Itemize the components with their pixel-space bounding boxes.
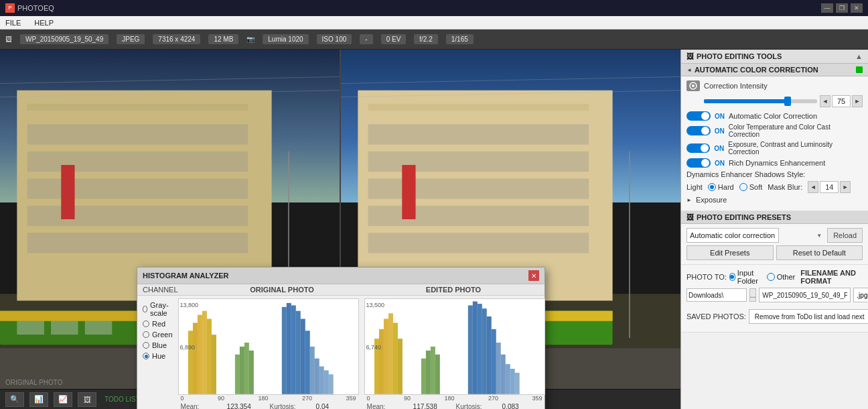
zoom-tool-button[interactable]: 🔍 — [5, 392, 24, 407]
histogram-title: HISTOGRAM ANALYZER — [143, 272, 229, 280]
acc-section-header[interactable]: ◄ AUTOMATIC COLOR CORRECTION — [681, 64, 868, 76]
rich-dynamics-row: ON Rich Dynamics Enhancement — [686, 158, 863, 168]
color-temp-toggle[interactable] — [686, 126, 711, 135]
exposure-label: Exposure — [696, 196, 727, 204]
intensity-slider-container[interactable] — [704, 99, 817, 103]
filename-input[interactable] — [759, 288, 851, 302]
svg-rect-3 — [27, 104, 248, 111]
svg-rect-23 — [368, 152, 589, 172]
channel-green[interactable]: Green — [143, 331, 173, 339]
photo-tool-button[interactable]: 🖼 — [78, 392, 96, 407]
menu-file[interactable]: FILE — [3, 19, 23, 27]
app-logo: P — [5, 3, 15, 13]
channel-red[interactable]: Red — [143, 320, 173, 328]
exposure-contrast-on-label: ON — [714, 145, 724, 152]
auto-color-label: Automatic Color Correction — [729, 112, 817, 120]
exposure-expand-icon: ► — [686, 197, 692, 203]
format-info: JPEG — [117, 34, 145, 44]
ch-green-label: Green — [152, 331, 173, 339]
svg-rect-51 — [281, 307, 286, 394]
svg-rect-45 — [207, 319, 212, 394]
browse-folder-button[interactable]: ... — [749, 288, 756, 302]
exposure-row[interactable]: ► Exposure — [686, 196, 863, 204]
mask-blur-increase-button[interactable]: ► — [840, 181, 851, 193]
auto-color-toggle[interactable] — [686, 111, 711, 121]
intensity-increase-button[interactable]: ► — [852, 95, 863, 107]
stats-row-mean-kurt: Mean: 123.354 Kurtosis: 0.04 — [181, 403, 356, 409]
edit-mean-key: Mean: — [367, 403, 411, 409]
svg-rect-79 — [500, 355, 505, 394]
reset-default-button[interactable]: Reset to Default — [776, 245, 863, 260]
preset-select[interactable]: Automatic color correction — [686, 228, 779, 243]
filename-info: WP_20150905_19_50_49 — [20, 34, 108, 44]
svg-rect-6 — [27, 178, 248, 198]
acc-green-dot — [856, 66, 863, 73]
dash-info: - — [360, 34, 372, 44]
color-temp-on-label: ON — [715, 127, 725, 135]
saved-action-select[interactable]: Remove from ToDo list and load next — [749, 309, 868, 324]
rich-dynamics-toggle[interactable] — [686, 158, 711, 168]
panel-header: 🖼 PHOTO EDITING TOOLS ▲ — [681, 50, 868, 64]
slider-thumb[interactable] — [784, 97, 791, 106]
exposure-contrast-toggle[interactable] — [686, 143, 710, 153]
radio-hard[interactable]: Hard — [708, 183, 734, 191]
ch-blue-label: Blue — [152, 341, 167, 349]
app-title: PHOTOEQ — [17, 4, 54, 12]
svg-rect-67 — [398, 339, 403, 394]
original-photo-label: ORIGINAL PHOTO — [5, 379, 63, 386]
radio-soft[interactable]: Soft — [739, 183, 763, 191]
shadows-style-radio-row: Light Hard Soft Mask Blur: ◄ 14 — [686, 181, 863, 193]
original-stats-table: Mean: 123.354 Kurtosis: 0.04 Deviation: … — [178, 402, 359, 409]
menu-help[interactable]: HELP — [31, 19, 56, 27]
svg-rect-61 — [328, 374, 333, 394]
reload-button[interactable]: Reload — [827, 228, 863, 243]
original-histogram-container: 13,800 6,890 — [178, 298, 359, 409]
intensity-value: 75 — [832, 95, 851, 107]
folder-path-input[interactable] — [686, 288, 747, 302]
mask-blur-value: 14 — [820, 181, 839, 193]
minimize-button[interactable]: — — [821, 3, 833, 13]
svg-rect-50 — [248, 351, 253, 394]
format-select[interactable]: .jpg .png .tif — [853, 288, 868, 302]
channel-blue[interactable]: Blue — [143, 341, 173, 349]
edit-y-max-label: 13,500 — [366, 302, 385, 308]
channel-hue[interactable]: Hue — [143, 352, 173, 360]
saved-photos-row: SAVED PHOTOS: Remove from ToDo list and … — [686, 305, 863, 328]
maximize-button[interactable]: ❐ — [836, 3, 848, 13]
histogram-close-button[interactable]: ✕ — [528, 270, 539, 281]
svg-rect-14 — [85, 321, 113, 335]
channel-grayscale[interactable]: Gray-scale — [143, 301, 173, 317]
lens-icon — [688, 82, 699, 90]
mask-blur-stepper: ◄ 14 ► — [808, 181, 851, 193]
slider-track[interactable] — [704, 99, 817, 103]
presets-section-header[interactable]: 🖼 PHOTO EDITING PRESETS — [681, 211, 868, 224]
panel-collapse-button[interactable]: ▲ — [855, 52, 863, 60]
svg-rect-69 — [425, 351, 430, 394]
svg-rect-80 — [505, 364, 510, 394]
edit-presets-button[interactable]: Edit Presets — [686, 245, 774, 260]
histogram-tool-button[interactable]: 📊 — [29, 392, 48, 407]
mask-blur-decrease-button[interactable]: ◄ — [808, 181, 818, 193]
correction-intensity-row: Correction Intensity — [686, 80, 863, 91]
svg-rect-52 — [286, 303, 291, 394]
radio-input-folder[interactable]: Input Folder — [729, 269, 764, 285]
orig-kurt-key: Kurtosis: — [270, 403, 313, 409]
preset-select-wrapper: Automatic color correction — [686, 228, 824, 243]
save-to-label: PHOTO TO: — [686, 273, 727, 281]
svg-rect-77 — [491, 329, 496, 394]
ch-radio-grayscale — [143, 306, 147, 312]
svg-rect-21 — [368, 104, 589, 111]
close-button[interactable]: ✕ — [851, 3, 863, 13]
svg-rect-81 — [510, 369, 514, 394]
camera-model-info: Lumia 1020 — [263, 34, 308, 44]
radio-other[interactable]: Other — [767, 273, 796, 281]
edit-x-labels: 0 90 180 270 359 — [364, 395, 545, 402]
intensity-decrease-button[interactable]: ◄ — [820, 95, 830, 107]
saved-action-wrapper: Remove from ToDo list and load next — [749, 309, 868, 324]
analysis-tool-button[interactable]: 📈 — [54, 392, 72, 407]
light-label: Light — [686, 183, 703, 191]
ch-grayscale-label: Gray-scale — [150, 301, 173, 317]
svg-rect-66 — [393, 323, 398, 394]
orig-y-max-label: 13,800 — [180, 302, 199, 308]
histogram-dialog: HISTOGRAM ANALYZER ✕ CHANNEL ORIGINAL PH… — [137, 267, 545, 409]
